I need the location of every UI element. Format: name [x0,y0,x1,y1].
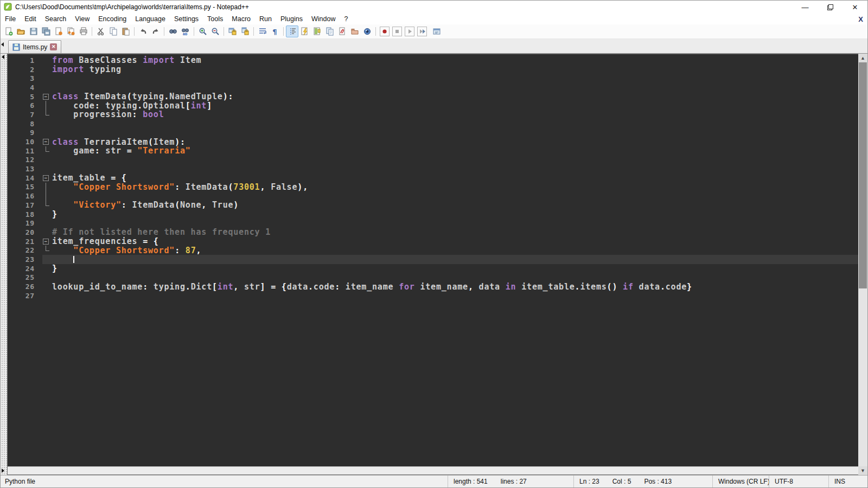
code-line[interactable]: 18} [8,210,858,219]
status-length-lines: length : 541 lines : 27 [448,476,573,487]
fold-collapse-icon[interactable]: − [42,137,52,146]
menu-edit[interactable]: Edit [20,14,41,24]
save-button[interactable] [27,25,40,37]
close-document-x-icon[interactable]: X [858,15,863,23]
code-line[interactable]: 8 [8,119,858,129]
print-button[interactable] [77,25,90,37]
menu-window[interactable]: Window [307,14,340,24]
restore-button[interactable] [818,1,843,14]
document-list-button[interactable] [323,25,336,37]
cut-button[interactable] [94,25,107,37]
document-map-button[interactable] [311,25,323,37]
scroll-down-icon[interactable]: ▼ [858,466,867,475]
code-line[interactable]: 24} [8,264,858,273]
collapse-arrow-bottom-icon[interactable] [2,468,4,473]
paste-button[interactable] [119,25,132,37]
undo-button[interactable] [137,25,149,37]
macro-record-button[interactable] [378,25,391,37]
macro-run-multiple-button[interactable] [416,25,428,37]
save-all-button[interactable] [40,25,52,37]
close-button[interactable]: ✕ [843,1,867,14]
code-line[interactable]: 26lookup_id_to_name: typing.Dict[int, st… [8,282,858,291]
menu-help[interactable]: ? [340,14,352,24]
code-line[interactable]: 17 "Victory": ItemData(None, True) [8,201,858,210]
macro-play-button[interactable] [403,25,416,37]
tab-scroll-left-icon[interactable] [1,42,4,47]
code-line[interactable]: 1from BaseClasses import Item [8,56,858,65]
code-line[interactable]: 23 [8,255,858,264]
code-line[interactable]: 25 [8,273,858,282]
menu-settings[interactable]: Settings [170,14,203,24]
menu-view[interactable]: View [71,14,94,24]
code-line[interactable]: 3 [8,74,858,83]
word-wrap-button[interactable] [256,25,269,37]
code-line[interactable]: 15 "Copper Shortsword": ItemData(73001, … [8,183,858,192]
find-button[interactable] [167,25,179,37]
collapse-arrow-top-icon[interactable] [2,55,4,59]
code-editor[interactable]: 1from BaseClasses import Item2import typ… [8,54,858,466]
status-insert-mode[interactable]: INS [828,476,867,487]
fold-collapse-icon[interactable]: − [42,92,52,101]
code-line[interactable]: 7 progression: bool [8,110,858,119]
view-monitoring-button[interactable] [361,25,373,37]
copy-button[interactable] [107,25,119,37]
close-file-button[interactable] [52,25,65,37]
code-line[interactable]: 4 [8,83,858,92]
zoom-in-button[interactable] [196,25,209,37]
scrollbar-thumb[interactable] [859,62,867,288]
code-line[interactable]: 14−item_table = { [8,174,858,183]
scrollbar-track[interactable] [858,62,867,466]
zoom-out-button[interactable] [209,25,221,37]
menu-run[interactable]: Run [255,14,276,24]
code-line[interactable]: 20# If not listed here then has frequenc… [8,228,858,237]
menu-macro[interactable]: Macro [227,14,255,24]
close-all-button[interactable] [65,25,77,37]
sync-horizontal-scroll-button[interactable] [239,25,251,37]
project-panel-button[interactable] [348,25,361,37]
code-text: class TerrariaItem(Item): [52,137,858,147]
show-indent-guide-button[interactable] [286,25,298,37]
code-line[interactable]: 9 [8,129,858,138]
show-all-characters-button[interactable]: ¶ [269,25,281,37]
panel-grip[interactable] [1,54,7,475]
code-line[interactable]: 5−class ItemData(typing.NamedTuple): [8,92,858,101]
line-number: 20 [8,228,42,236]
menu-plugins[interactable]: Plugins [276,14,307,24]
redo-button[interactable] [149,25,162,37]
scroll-up-icon[interactable]: ▲ [858,54,867,62]
horizontal-scrollbar[interactable] [8,466,858,474]
code-line[interactable]: 19 [8,219,858,228]
function-list-button[interactable] [298,25,311,37]
menu-file[interactable]: File [1,14,20,24]
code-line[interactable]: 2import typing [8,65,858,74]
status-eol-format[interactable]: Windows (CR LF) [712,476,769,487]
code-line[interactable]: 6 code: typing.Optional[int] [8,101,858,110]
menu-tools[interactable]: Tools [203,14,227,24]
code-line[interactable]: 27 [8,291,858,300]
replace-button[interactable]: ab [179,25,192,37]
macro-stop-button[interactable] [391,25,403,37]
menu-search[interactable]: Search [41,14,71,24]
code-line[interactable]: 12 [8,156,858,165]
macro-save-button[interactable] [430,25,443,37]
menu-encoding[interactable]: Encoding [94,14,131,24]
tab-items-py[interactable]: Items.py ✕ [8,40,61,53]
code-line[interactable]: 22 "Copper Shortsword": 87, [8,246,858,255]
folder-as-workspace-button[interactable] [336,25,348,37]
vertical-scrollbar[interactable]: ▲ ▼ [858,54,867,475]
code-line[interactable]: 13 [8,164,858,174]
minimize-button[interactable]: — [793,1,818,14]
sync-vertical-scroll-button[interactable] [226,25,239,37]
new-file-button[interactable] [2,25,15,37]
code-line[interactable]: 21−item_frequencies = { [8,237,858,246]
fold-collapse-icon[interactable]: − [42,174,52,183]
menu-language[interactable]: Language [131,14,170,24]
code-line[interactable]: 16 [8,191,858,201]
fold-collapse-icon[interactable]: − [42,237,52,246]
code-line[interactable]: 11 game: str = "Terraria" [8,146,858,156]
tab-close-icon[interactable]: ✕ [50,43,57,50]
status-encoding[interactable]: UTF-8 [769,476,828,487]
line-number: 24 [8,265,42,273]
open-file-button[interactable] [15,25,27,37]
code-line[interactable]: 10−class TerrariaItem(Item): [8,137,858,146]
